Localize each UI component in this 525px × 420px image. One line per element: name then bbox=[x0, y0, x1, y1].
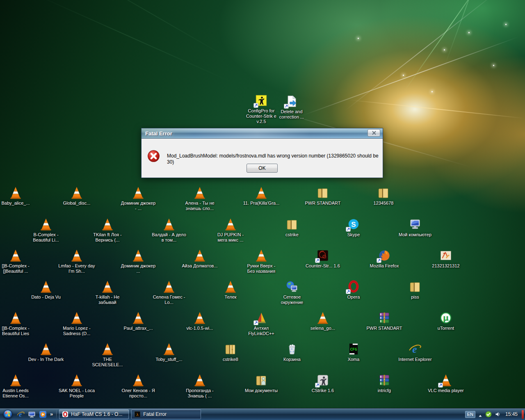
desktop-icon[interactable]: THE SCENESELE... bbox=[88, 342, 127, 368]
desktop-icon-label: ТKilan ft Лоя - Вернись (... bbox=[89, 232, 126, 243]
desktop-icon-label: Рукки Вверх - Без названия bbox=[243, 263, 280, 274]
desktop-icon[interactable]: Dev - In The Dark bbox=[26, 342, 66, 362]
wallpaper-ray bbox=[444, 0, 487, 66]
vlc-icon bbox=[100, 217, 114, 231]
desktop-icon[interactable]: 12345678 bbox=[364, 186, 403, 206]
desktop-icon[interactable]: intricfg bbox=[365, 373, 404, 393]
desktop-icon-label: Алена - Ты не знаешь сло... bbox=[181, 201, 218, 211]
desktop-icon[interactable]: Global_disc... bbox=[57, 186, 96, 206]
desktop-icon[interactable]: Доминик джокер ... bbox=[119, 249, 158, 274]
desktop-icon[interactable]: B-Complex - Beautiful Li... bbox=[26, 217, 66, 243]
desktop-icon[interactable]: Counter-Str... 1.6 bbox=[303, 249, 342, 269]
desktop-icon[interactable]: Delete and correction ... bbox=[272, 94, 311, 120]
desktop-icon[interactable]: PWR STANDART bbox=[365, 311, 404, 331]
skype-icon: S bbox=[347, 217, 361, 231]
desktop-icon-label: Dato - Deja Vu bbox=[31, 294, 61, 300]
desktop-icon-label: uTorrent bbox=[438, 326, 454, 331]
vlc-icon bbox=[193, 311, 207, 325]
desktop-icon[interactable]: Алена - Ты не знаешь сло... bbox=[180, 186, 219, 211]
computer-icon bbox=[408, 217, 422, 231]
desktop-icon[interactable]: µuTorrent bbox=[426, 311, 466, 331]
csgray-icon bbox=[316, 373, 330, 387]
desktop-icon[interactable]: Селена Гомес - Lo... bbox=[149, 280, 189, 305]
desktop-icon[interactable]: Рукки Вверх - Без названия bbox=[242, 249, 281, 274]
vlc-icon bbox=[193, 249, 207, 262]
desktop-icon[interactable]: Lmfao - Every day I'm Sh... bbox=[57, 249, 96, 274]
desktop-icon[interactable]: eInternet Explorer bbox=[395, 342, 435, 362]
desktop-icon[interactable]: DJ PUPKIN - мега микс ... bbox=[211, 217, 250, 243]
desktop-icon[interactable]: Айза Долматов... bbox=[180, 249, 219, 269]
desktop-icon[interactable]: Toby_stuff_... bbox=[149, 342, 189, 362]
fatal-error-dialog: Fatal Error Mod_LoadBrushModel: models/f… bbox=[141, 128, 383, 178]
overflow-chevron[interactable]: » bbox=[50, 411, 53, 417]
desktop-icon[interactable]: []B-Complex - Beautiful Lies bbox=[0, 311, 35, 336]
start-button[interactable] bbox=[2, 409, 13, 420]
desktop-icon[interactable]: Baby_alice_... bbox=[0, 186, 35, 206]
desktop-icon-label: 11. Pra(Killa'Gra... bbox=[243, 201, 280, 206]
desktop-icon[interactable]: Paul_attrax_... bbox=[119, 311, 158, 331]
opera-icon bbox=[347, 280, 361, 294]
desktop-icon[interactable]: Opera bbox=[334, 280, 373, 300]
desktop-icon[interactable]: Валдай - А дело в том... bbox=[149, 217, 189, 243]
show-desktop-icon[interactable] bbox=[27, 410, 36, 419]
desktop-icon[interactable]: SSkype bbox=[334, 217, 373, 237]
desktop-icon[interactable]: vlc-1.0.5-wi... bbox=[180, 311, 219, 331]
desktop-icon[interactable]: Mario Lopez - Sadness (D... bbox=[57, 311, 96, 336]
ie-icon: e bbox=[408, 342, 422, 356]
desktop-icon-label: []B-Complex - []Beautiful ... bbox=[0, 263, 34, 274]
wallpaper-ray bbox=[344, 0, 497, 111]
desktop-icon-label: Mozilla Firefox bbox=[370, 263, 399, 269]
firefox-icon bbox=[377, 249, 391, 262]
taskbar-divider bbox=[56, 409, 57, 419]
desktop-icon[interactable]: Мой компьютер bbox=[395, 217, 435, 237]
desktop-icon[interactable]: Антхил FlyLinkDC++ bbox=[242, 311, 281, 336]
tray-expand-icon[interactable] bbox=[478, 412, 482, 416]
desktop-icon[interactable]: cstrike bbox=[272, 217, 312, 237]
vlc-icon bbox=[70, 373, 84, 387]
media-player-quicklaunch-icon[interactable] bbox=[39, 410, 47, 419]
shortcut-arrow-icon bbox=[315, 258, 320, 263]
desktop-icon[interactable]: SAK NOEL - Loca People bbox=[57, 373, 96, 399]
desktop-icon[interactable]: CStrike 1.6 bbox=[303, 373, 342, 393]
desktop-icon[interactable]: 11. Pra(Killa'Gra... bbox=[242, 186, 281, 206]
desktop-icon-label: Олег Кензов - Я просто... bbox=[120, 388, 157, 399]
green-check-status-icon[interactable] bbox=[485, 411, 492, 418]
taskbar-task-opera-window[interactable]: HaF TeaM CS 1.6 - O... bbox=[59, 409, 129, 419]
ok-button[interactable]: OK bbox=[247, 164, 278, 173]
desktop-icon[interactable]: PWR STANDART bbox=[303, 186, 342, 206]
desktop-icon-label: Opera bbox=[347, 294, 360, 300]
close-button[interactable] bbox=[368, 129, 380, 137]
configpro-icon bbox=[254, 94, 268, 107]
desktop-icon[interactable]: CFGXoma bbox=[334, 342, 373, 362]
desktop-icon[interactable]: piss bbox=[395, 280, 435, 300]
desktop-icon[interactable]: T-killah - Не забывай bbox=[88, 280, 127, 305]
desktop-icon[interactable]: Dato - Deja Vu bbox=[26, 280, 66, 300]
desktop-icon[interactable]: Олег Кензов - Я просто... bbox=[119, 373, 158, 399]
desktop-icon[interactable]: []B-Complex - []Beautiful ... bbox=[0, 249, 35, 274]
desktop-icon[interactable]: ТKilan ft Лоя - Вернись (... bbox=[88, 217, 127, 243]
desktop-icon-label: Skype bbox=[347, 232, 360, 237]
desktop-icon[interactable]: Austin Leeds Etienne Os... bbox=[0, 373, 35, 399]
desktop-icon-label: []B-Complex - Beautiful Lies bbox=[0, 326, 34, 336]
internet-explorer-quicklaunch-icon[interactable]: e bbox=[16, 410, 25, 419]
volume-icon[interactable] bbox=[495, 411, 501, 418]
lambda-icon: λ bbox=[134, 411, 141, 418]
desktop-icon[interactable]: Мои документы bbox=[242, 373, 281, 393]
desktop-icon[interactable]: cstrike8 bbox=[211, 342, 250, 362]
desktop-icon[interactable]: Доминик джокер - ... bbox=[119, 186, 158, 211]
desktop-icon[interactable]: Телек bbox=[211, 280, 250, 300]
desktop-icon[interactable]: VLC media player bbox=[426, 373, 466, 393]
wallpaper-ray bbox=[302, 37, 518, 116]
language-indicator[interactable]: EN bbox=[465, 411, 475, 418]
vlc-icon bbox=[316, 311, 330, 325]
desktop-icon-label: Delete and correction ... bbox=[273, 109, 310, 120]
clock[interactable]: 15:45 bbox=[505, 411, 518, 417]
desktop-icon[interactable]: Корзина bbox=[272, 342, 312, 362]
desktop-icon[interactable]: selena_go... bbox=[303, 311, 342, 331]
desktop-icon[interactable]: Пропоганда - Знаешь ( ... bbox=[180, 373, 219, 399]
desktop-icon[interactable]: Сетевое окружение bbox=[272, 280, 312, 305]
dialog-titlebar[interactable]: Fatal Error bbox=[142, 128, 383, 139]
desktop-icon[interactable]: Mozilla Firefox bbox=[365, 249, 404, 269]
desktop-icon[interactable]: 21321321312 bbox=[426, 249, 466, 269]
taskbar-task-fatal-error[interactable]: λFatal Error bbox=[131, 409, 201, 419]
